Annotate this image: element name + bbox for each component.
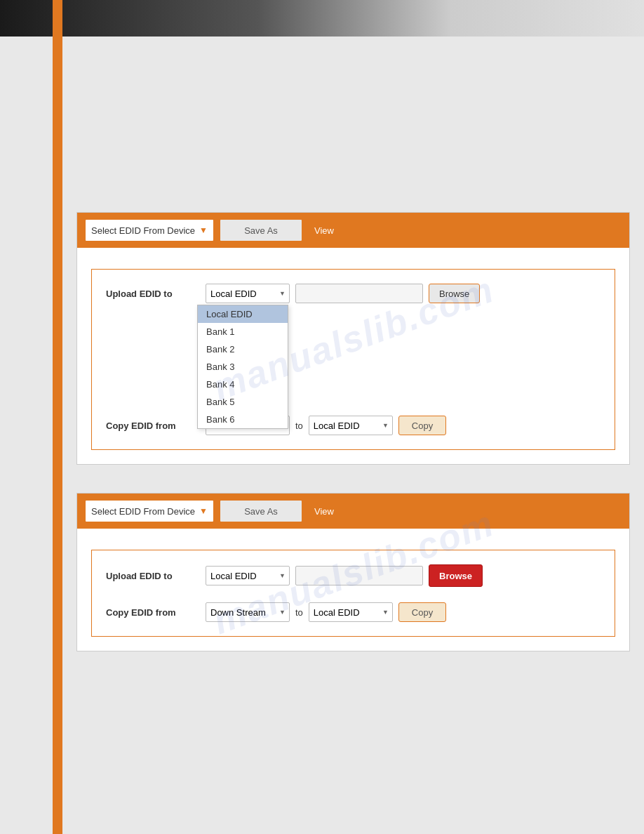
inner-section-2: Upload EDID to Local EDID Browse Copy ED… <box>91 550 615 637</box>
dropdown-item-bank4-1[interactable]: Bank 4 <box>198 376 288 393</box>
upload-label-1: Upload EDID to <box>106 289 197 299</box>
header-bar <box>0 0 644 37</box>
upload-file-input-2[interactable] <box>295 566 423 585</box>
inner-section-1: Upload EDID to Local EDID Browse Local E… <box>91 269 615 450</box>
copy-label-1: Copy EDID from <box>106 421 197 431</box>
panel-body-2: Upload EDID to Local EDID Browse Copy ED… <box>77 529 629 651</box>
copy-from-wrapper-2[interactable]: Down Stream <box>206 602 290 622</box>
upload-select-wrapper-2[interactable]: Local EDID <box>206 566 290 585</box>
upload-dropdown-menu-1: Local EDID Bank 1 Bank 2 Bank 3 Bank 4 B… <box>197 305 288 429</box>
header-orange-accent <box>53 0 62 37</box>
copy-to-select-1[interactable]: Local EDID <box>309 416 393 435</box>
copy-edid-row-2: Copy EDID from Down Stream to Local EDID… <box>106 602 601 622</box>
panel-1: manualslib.com Select EDID From Device ▼… <box>76 212 630 465</box>
view-button-1[interactable]: View <box>307 218 341 242</box>
copy-button-1[interactable]: Copy <box>398 416 446 435</box>
upload-edid-row-1: Upload EDID to Local EDID Browse Local E… <box>106 284 601 303</box>
upload-edid-row-2: Upload EDID to Local EDID Browse <box>106 564 601 587</box>
copy-to-label-2: to <box>295 607 303 618</box>
upload-select-wrapper-1[interactable]: Local EDID <box>206 284 290 303</box>
panel-body-1: Upload EDID to Local EDID Browse Local E… <box>77 248 629 464</box>
copy-label-2: Copy EDID from <box>106 607 197 618</box>
copy-edid-row-1: Copy EDID from Local EDID to Local EDID … <box>106 416 601 435</box>
toolbar-1: Select EDID From Device ▼ Save As View <box>77 213 629 248</box>
upload-select-1[interactable]: Local EDID <box>206 284 290 303</box>
select-edid-arrow-2: ▼ <box>199 506 208 516</box>
select-edid-arrow-1: ▼ <box>199 225 208 235</box>
dropdown-item-local-edid-1[interactable]: Local EDID <box>198 305 288 323</box>
dropdown-item-bank1-1[interactable]: Bank 1 <box>198 323 288 340</box>
upload-file-input-1[interactable] <box>295 284 423 303</box>
select-edid-wrapper-1[interactable]: Select EDID From Device ▼ <box>84 218 215 242</box>
main-content: manualslib.com Select EDID From Device ▼… <box>62 37 644 834</box>
view-button-2[interactable]: View <box>307 499 341 523</box>
upload-select-2[interactable]: Local EDID <box>206 566 290 585</box>
panel-2: manualslib.com Select EDID From Device ▼… <box>76 493 630 651</box>
browse-button-1[interactable]: Browse <box>429 284 480 303</box>
dropdown-item-bank5-1[interactable]: Bank 5 <box>198 393 288 411</box>
save-as-button-2[interactable]: Save As <box>219 499 303 523</box>
select-edid-wrapper-2[interactable]: Select EDID From Device ▼ <box>84 499 215 523</box>
select-edid-label-1: Select EDID From Device <box>91 225 195 236</box>
copy-to-wrapper-2[interactable]: Local EDID <box>309 602 393 622</box>
upload-label-2: Upload EDID to <box>106 571 197 581</box>
left-sidebar <box>53 37 62 834</box>
dropdown-item-bank6-1[interactable]: Bank 6 <box>198 411 288 428</box>
copy-to-wrapper-1[interactable]: Local EDID <box>309 416 393 435</box>
save-as-button-1[interactable]: Save As <box>219 218 303 242</box>
copy-button-2[interactable]: Copy <box>398 602 446 622</box>
copy-to-select-2[interactable]: Local EDID <box>309 602 393 622</box>
copy-from-select-2[interactable]: Down Stream <box>206 602 290 622</box>
select-edid-label-2: Select EDID From Device <box>91 506 195 517</box>
browse-button-2[interactable]: Browse <box>429 564 483 587</box>
dropdown-item-bank3-1[interactable]: Bank 3 <box>198 358 288 376</box>
toolbar-2: Select EDID From Device ▼ Save As View <box>77 494 629 529</box>
copy-to-label-1: to <box>295 421 303 431</box>
dropdown-item-bank2-1[interactable]: Bank 2 <box>198 340 288 358</box>
